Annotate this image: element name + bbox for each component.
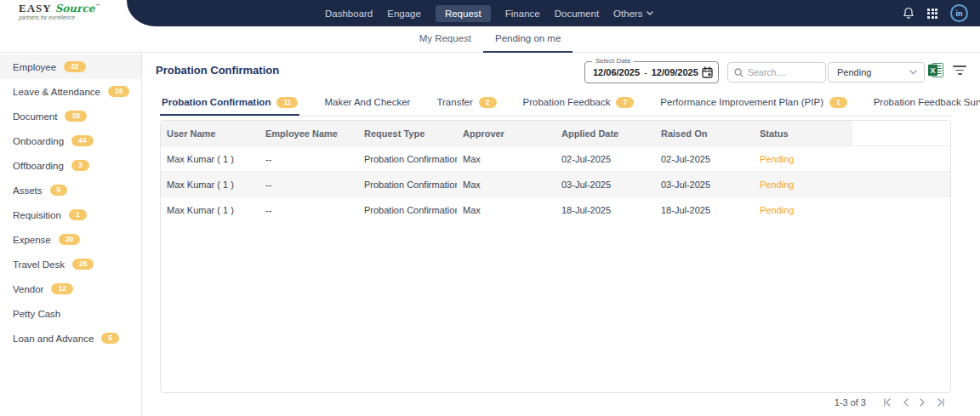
status-filter-dropdown[interactable]: Pending — [828, 62, 925, 83]
status-badge: Pending — [754, 180, 950, 190]
sidebar-item-label: Petty Cash — [13, 309, 60, 319]
last-page-icon[interactable] — [937, 398, 946, 407]
cell-raised-on: 03-Jul-2025 — [655, 180, 754, 190]
date-start: 12/06/2025 — [593, 67, 640, 77]
brand-tagline: partners for excellence — [19, 15, 100, 21]
status-badge: Pending — [754, 205, 950, 215]
first-page-icon[interactable] — [882, 398, 892, 407]
pagination-range: 1-3 of 3 — [835, 397, 866, 407]
count-badge: 5 — [50, 185, 68, 196]
tab-probation-confirmation[interactable]: Probation Confirmation 11 — [160, 94, 299, 116]
table-row[interactable]: Max Kumar ( 1 ) -- Probation Confirmatio… — [161, 197, 950, 222]
sidebar-item-label: Vendor — [13, 284, 43, 294]
sidebar-item-label: Offboarding — [13, 161, 64, 171]
count-badge: 2 — [479, 97, 497, 108]
nav-engage[interactable]: Engage — [387, 9, 421, 19]
col-raised-on: Raised On — [655, 128, 754, 139]
col-request-type: Request Type — [358, 128, 457, 139]
chevron-down-icon — [909, 70, 917, 75]
nav-others-label: Others — [613, 9, 643, 19]
tab-my-request[interactable]: My Request — [407, 26, 483, 53]
cell-raised-on: 18-Jul-2025 — [655, 205, 754, 215]
nav-others[interactable]: Others — [613, 9, 653, 19]
date-range-picker[interactable]: Select Date 12/06/2025 - 12/09/2025 — [584, 61, 719, 83]
tab-maker-and-checker[interactable]: Maker And Checker — [322, 94, 412, 113]
sidebar-item-loan-advance[interactable]: Loan and Advance 5 — [0, 326, 141, 350]
sidebar-item-expense[interactable]: Expense 30 — [0, 227, 141, 252]
count-badge: 5 — [101, 333, 119, 344]
tab-pip[interactable]: Performance Improvement Plan (PIP) 1 — [658, 94, 848, 114]
pagination: 1-3 of 3 — [835, 397, 946, 407]
sidebar-item-employee[interactable]: Employee 32 — [0, 54, 141, 79]
sidebar-item-onboarding[interactable]: Onboarding 44 — [0, 128, 141, 153]
sidebar-item-petty-cash[interactable]: Petty Cash — [0, 301, 141, 326]
sidebar-item-label: Employee — [13, 62, 56, 72]
count-badge: 7 — [616, 97, 634, 108]
cell-approver: Max — [457, 154, 556, 164]
brand-name: EASY — [19, 3, 52, 14]
sidebar-item-vendor[interactable]: Vendor 12 — [0, 276, 141, 301]
notification-bell-icon[interactable] — [903, 7, 914, 20]
nav-finance[interactable]: Finance — [505, 9, 540, 19]
tab-probation-feedback-survey[interactable]: Probation Feedback Survey 11 — [872, 94, 980, 114]
cell-employee-name: -- — [259, 154, 358, 164]
calendar-icon[interactable] — [702, 66, 713, 78]
page: EASY Source™ partners for excellence Das… — [0, 0, 980, 416]
col-user-name: User Name — [161, 128, 259, 139]
tab-label: Performance Improvement Plan (PIP) — [660, 97, 823, 107]
tab-label: Probation Feedback — [523, 97, 611, 107]
search-field — [727, 62, 826, 83]
sidebar-item-document[interactable]: Document 28 — [0, 104, 141, 128]
col-applied-date: Applied Date — [556, 128, 655, 139]
table-row[interactable]: Max Kumar ( 1 ) -- Probation Confirmatio… — [161, 171, 950, 197]
filter-icon[interactable] — [952, 66, 967, 77]
app-grid-icon[interactable] — [927, 9, 937, 19]
sidebar-item-assets[interactable]: Assets 5 — [0, 178, 141, 202]
count-badge: 1 — [69, 209, 87, 220]
sidebar-item-label: Travel Desk — [13, 259, 65, 270]
nav-request[interactable]: Request — [436, 5, 491, 22]
count-badge: 3 — [71, 160, 89, 171]
navbar-actions: in — [903, 0, 968, 26]
sidebar-item-requisition[interactable]: Requisition 1 — [0, 202, 141, 227]
status-filter-value: Pending — [837, 67, 871, 77]
brand-script: Source™ — [55, 3, 100, 14]
brand-logo[interactable]: EASY Source™ partners for excellence — [19, 3, 100, 20]
sidebar-item-offboarding[interactable]: Offboarding 3 — [0, 153, 141, 178]
nav-dashboard[interactable]: Dashboard — [325, 9, 373, 19]
count-badge: 30 — [59, 234, 80, 245]
cell-applied-date: 18-Jul-2025 — [556, 205, 655, 215]
main-nav: Dashboard Engage Request Finance Documen… — [325, 0, 653, 26]
export-excel-icon[interactable]: X — [928, 63, 943, 77]
cell-user-name: Max Kumar ( 1 ) — [161, 154, 259, 164]
request-category-tabs: Probation Confirmation 11 Maker And Chec… — [160, 94, 951, 117]
svg-text:X: X — [930, 66, 935, 75]
date-end: 12/09/2025 — [652, 67, 698, 77]
tab-transfer[interactable]: Transfer 2 — [435, 94, 498, 114]
sidebar-item-label: Document — [13, 111, 57, 122]
count-badge: 26 — [108, 86, 129, 97]
next-page-icon[interactable] — [920, 398, 926, 407]
table-row[interactable]: Max Kumar ( 1 ) -- Probation Confirmatio… — [161, 145, 950, 171]
main-content: Probation Confirmation Select Date 12/06… — [142, 53, 980, 416]
count-badge: 44 — [71, 135, 93, 146]
cell-employee-name: -- — [259, 205, 358, 215]
cell-applied-date: 03-Jul-2025 — [556, 180, 655, 190]
sidebar-item-label: Onboarding — [13, 136, 64, 146]
tab-pending-on-me[interactable]: Pending on me — [483, 26, 573, 53]
sidebar-item-leave-attendance[interactable]: Leave & Attendance 26 — [0, 79, 141, 104]
col-employee-name: Employee Name — [259, 128, 358, 139]
previous-page-icon[interactable] — [903, 398, 909, 407]
linkedin-icon[interactable]: in — [950, 4, 968, 22]
sidebar-item-travel-desk[interactable]: Travel Desk 26 — [0, 252, 141, 276]
tab-label: Probation Feedback Survey — [874, 97, 980, 107]
search-input[interactable] — [748, 67, 816, 77]
cell-employee-name: -- — [259, 180, 358, 190]
nav-document[interactable]: Document — [555, 9, 599, 19]
tab-probation-feedback[interactable]: Probation Feedback 7 — [521, 94, 636, 114]
tab-label: Probation Confirmation — [162, 97, 271, 107]
cell-request-type: Probation Confirmation — [358, 180, 457, 190]
chevron-down-icon — [647, 11, 653, 15]
trademark: ™ — [94, 3, 100, 9]
cell-applied-date: 02-Jul-2025 — [556, 154, 655, 164]
